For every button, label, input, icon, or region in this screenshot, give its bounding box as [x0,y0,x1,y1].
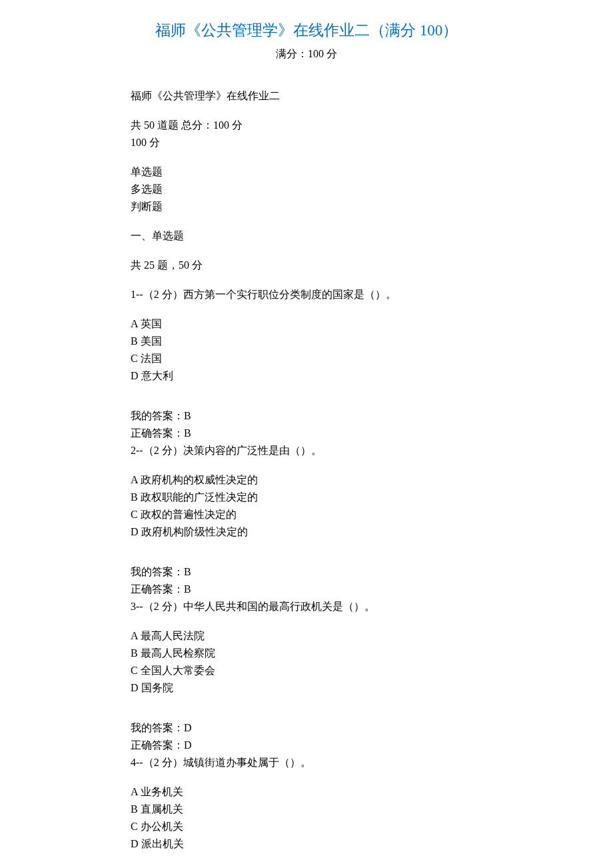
page-subtitle: 满分：100 分 [0,47,613,61]
option: C 全国人大常委会 [131,663,533,679]
page-title: 福师《公共管理学》在线作业二（满分 100） [0,20,613,41]
my-answer: 我的答案：B [131,564,533,580]
document-page: 福师《公共管理学》在线作业二（满分 100） 满分：100 分 福师《公共管理学… [0,0,613,868]
section-title: 一、单选题 [131,228,533,244]
type-line: 单选题 [131,164,533,180]
option: D 意大利 [131,368,533,384]
type-line: 多选题 [131,181,533,197]
summary-line: 共 50 道题 总分：100 分 [131,117,533,133]
type-line: 判断题 [131,199,533,215]
option: A 政府机构的权威性决定的 [131,472,533,488]
correct-answer: 正确答案：D [131,737,533,753]
option: D 国务院 [131,680,533,696]
content-body: 福师《公共管理学》在线作业二 共 50 道题 总分：100 分 100 分 单选… [0,88,613,868]
option: C 政权的普遍性决定的 [131,507,533,523]
intro-line: 福师《公共管理学》在线作业二 [131,88,533,104]
option: C 办公机关 [131,819,533,835]
option: A 业务机关 [131,784,533,800]
section-sub: 共 25 题，50 分 [131,257,533,273]
option: B 最高人民检察院 [131,645,533,661]
option: B 直属机关 [131,801,533,817]
option: A 最高人民法院 [131,628,533,644]
option: B 美国 [131,333,533,349]
my-answer: 我的答案：B [131,408,533,424]
option: D 派出机关 [131,836,533,852]
option: A 英国 [131,316,533,332]
option: C 法国 [131,351,533,367]
correct-answer: 正确答案：B [131,581,533,597]
option: B 政权职能的广泛性决定的 [131,489,533,505]
question-stem: 1--（2 分）西方第一个实行职位分类制度的国家是（）。 [131,287,533,303]
score-line: 100 分 [131,135,533,151]
my-answer: 我的答案：D [131,720,533,736]
correct-answer: 正确答案：B [131,425,533,441]
question-stem: 2--（2 分）决策内容的广泛性是由（）。 [131,443,533,459]
option: D 政府机构阶级性决定的 [131,524,533,540]
question-stem: 3--（2 分）中华人民共和国的最高行政机关是（）。 [131,599,533,615]
question-stem: 4--（2 分）城镇街道办事处属于（）。 [131,755,533,771]
